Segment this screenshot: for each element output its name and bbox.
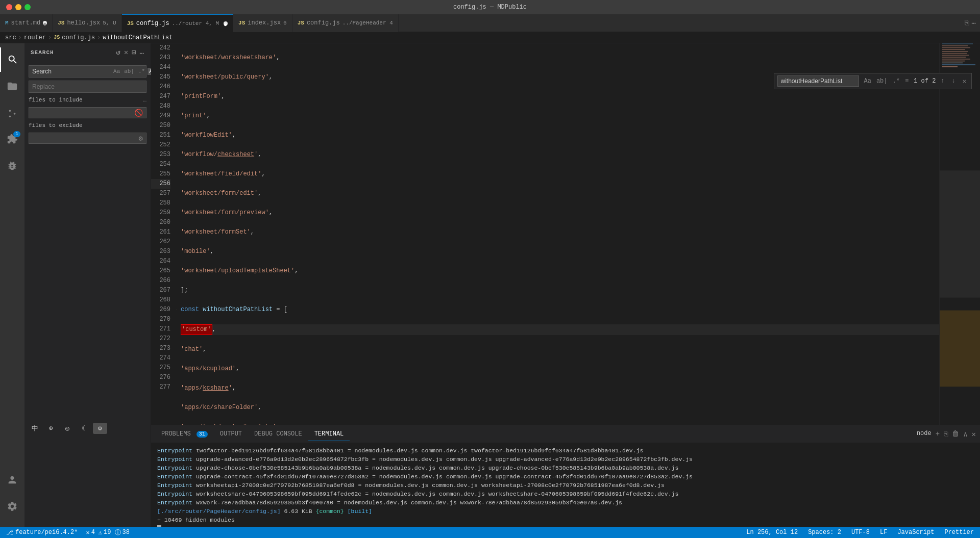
panel-tab-output[interactable]: OUTPUT [214,427,248,441]
maximize-button[interactable] [24,4,31,10]
window-controls[interactable] [6,4,31,10]
replace-input[interactable] [29,81,146,92]
files-exclude-input-container[interactable]: ⚙ [29,133,146,144]
tab-index-jsx[interactable]: JS index.jsx 6 [233,14,292,32]
formatter[interactable]: Prettier [942,529,976,536]
close-button[interactable] [6,4,12,10]
activity-extensions[interactable]: 1 [0,127,24,151]
add-terminal-icon[interactable]: + [936,430,940,439]
status-errors[interactable]: ✕ 4 ⚠ 19 ⓘ 38 [84,528,131,537]
close-panel-icon[interactable]: ✕ [972,430,976,439]
files-include-actions[interactable]: … [143,97,146,103]
clear-icon[interactable]: ✕ [124,48,129,57]
panel-actions[interactable]: node + ⎘ 🗑 ∧ ✕ [917,430,976,439]
regex-icon[interactable]: .* [137,68,146,75]
minimize-button[interactable] [15,4,21,10]
translate-icon[interactable]: 中 [28,423,42,434]
circle-icon[interactable]: ◎ [60,423,75,434]
extensions-badge: 1 [13,131,20,137]
split-editor-icon[interactable]: ⎘ [965,19,969,28]
collapse-icon[interactable]: ⊟ [132,48,136,57]
encoding[interactable]: UTF-8 [849,529,872,536]
tab-config-js-page[interactable]: JS config.js ../PageHeader 4 [292,14,399,32]
activity-explorer[interactable] [0,74,24,98]
panel-tab-problems[interactable]: PROBLEMS 31 [155,427,214,441]
warning-icon: ⚠ [99,529,102,536]
activity-accounts[interactable] [0,468,24,492]
find-next[interactable]: ↓ [950,76,958,86]
git-branch[interactable]: ⎇ feature/pei6.4.2* [4,529,80,536]
search-input[interactable] [29,66,112,77]
tab-actions[interactable]: ⎘ ⋯ [965,19,980,28]
term-line-1: Entrypoint twofactor-bed19126bd9fcf634a4… [157,446,974,455]
find-widget[interactable]: Aa ab| .* ≡ 1 of 2 ↑ ↓ ✕ [774,73,972,89]
moon-icon[interactable]: ☾ [77,423,91,434]
find-close[interactable]: ✕ [961,76,968,86]
sidebar-actions[interactable]: ↺ ✕ ⊟ … [116,48,144,57]
more-actions-icon[interactable]: ⋯ [972,19,976,28]
tab-config-js-router[interactable]: JS config.js ../router 4, M ● [122,14,233,32]
use-exclude-icon[interactable]: 🚫 [134,109,143,117]
panel-tab-terminal[interactable]: TERMINAL [308,427,350,441]
tab-start-md[interactable]: M start.md ● [0,14,53,32]
code-editor[interactable]: 242 243 244 245 246 247 248 249 250 251 … [151,43,939,425]
activity-source-control[interactable] [0,100,24,125]
code-line-247: 'workflow/checksheet', [181,150,939,160]
kill-terminal-icon[interactable]: 🗑 [952,430,959,439]
code-lines[interactable]: 'worksheet/worksheetshare', 'worksheet/p… [177,43,939,425]
status-bar: ⎇ feature/pei6.4.2* ✕ 4 ⚠ 19 ⓘ 38 Ln 256… [0,527,980,538]
modified-dot: ● [224,21,228,25]
svg-rect-13 [940,170,980,297]
breadcrumb-active[interactable]: withoutChatPathList [103,34,173,41]
tab-label: config.js [307,19,340,27]
find-input[interactable] [777,75,859,87]
refresh-icon[interactable]: ↺ [116,48,120,57]
settings-icon[interactable]: ⚙ [93,423,107,434]
language[interactable]: JavaScript [895,529,936,536]
info-count: 38 [122,529,130,536]
match-case-icon[interactable]: Aa [112,68,121,75]
activity-search[interactable] [0,47,24,72]
regex-find[interactable]: .* [891,76,902,86]
activity-settings[interactable] [0,494,24,519]
line-ending[interactable]: LF [878,529,889,536]
search-input-container[interactable]: Aa ab| .* AB [29,65,146,78]
minimap-svg [940,43,980,425]
files-include-input-container[interactable]: 🚫 [29,107,146,118]
spaces[interactable]: Spaces: 2 [806,529,843,536]
match-case-find[interactable]: Aa [862,76,873,86]
minimap[interactable] [939,43,980,425]
breadcrumb-config[interactable]: config.js [62,34,95,41]
more-icon[interactable]: … [140,48,144,57]
find-prev[interactable]: ↑ [939,76,946,86]
find-actions[interactable]: Aa ab| .* ≡ [862,76,911,86]
panel-tab-debug[interactable]: DEBUG CONSOLE [248,427,308,441]
search-panel: Aa ab| .* AB files to include … 🚫 [24,61,151,148]
whole-word-icon[interactable]: ab| [122,68,136,75]
add-icon[interactable]: ⊕ [44,423,58,434]
error-count: 4 [91,529,95,536]
whole-word-find[interactable]: ab| [874,76,890,86]
editor-area: Aa ab| .* ≡ 1 of 2 ↑ ↓ ✕ 242 24 [151,43,980,527]
use-default-icon[interactable]: ⚙ [139,134,143,143]
editor-main: 242 243 244 245 246 247 248 249 250 251 … [151,43,980,425]
cursor-position[interactable]: Ln 256, Col 12 [744,529,800,536]
files-exclude-input[interactable] [32,135,139,142]
debug-label: DEBUG CONSOLE [254,430,302,438]
output-label: OUTPUT [220,430,242,438]
tab-label: index.jsx [248,19,281,27]
files-include-input[interactable] [32,109,134,116]
activity-debug[interactable] [0,153,24,178]
in-selection-find[interactable]: ≡ [903,76,911,86]
svg-rect-5 [942,53,967,54]
code-line-253: 'worksheet/uploadTemplateSheet', [181,266,939,276]
breadcrumb-router[interactable]: router [24,34,46,41]
tab-hello-jsx[interactable]: JS hello.jsx 5, U [53,14,121,32]
replace-input-container[interactable] [29,81,146,93]
terminal-content[interactable]: Entrypoint twofactor-bed19126bd9fcf634a4… [151,443,980,527]
breadcrumb-src[interactable]: src [5,34,16,41]
split-terminal-icon[interactable]: ⎘ [944,430,948,439]
md-icon: M [5,20,9,26]
maximize-panel-icon[interactable]: ∧ [963,430,967,439]
node-label: node [917,430,932,439]
